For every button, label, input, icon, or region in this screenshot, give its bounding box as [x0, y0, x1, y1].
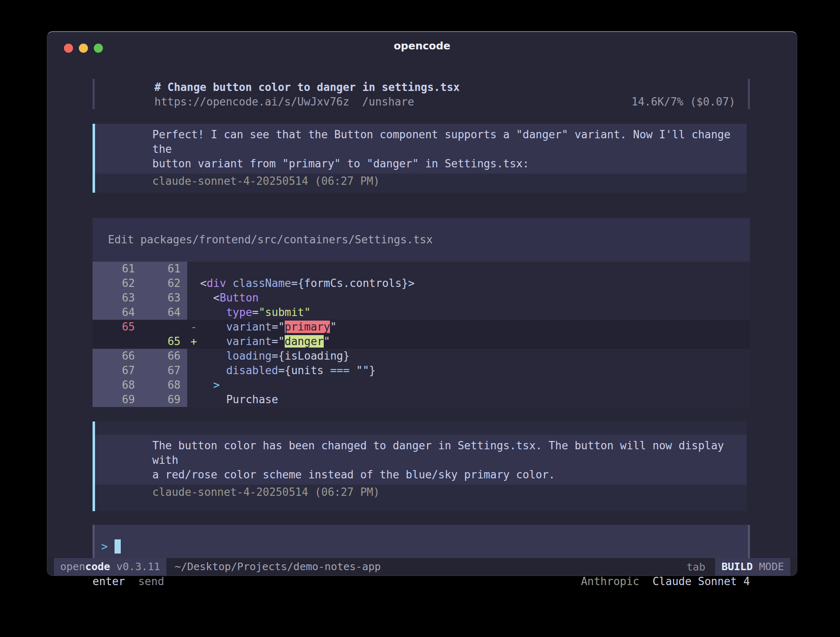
old-line-number: 62 [93, 276, 140, 291]
window-title: opencode [394, 40, 451, 52]
diff-row: 6666 loading={isLoading} [93, 349, 750, 363]
edit-tool-panel: Edit packages/frontend/src/containers/Se… [93, 218, 750, 407]
code-segment: div [207, 277, 226, 289]
zoom-button[interactable] [94, 44, 103, 53]
header-right-rule [748, 79, 750, 109]
code-segment: = [291, 277, 298, 289]
diff-view: 61616262 <div className={formCs.controls… [93, 262, 750, 407]
old-line-number: 68 [93, 378, 140, 392]
code-segment: danger [285, 335, 324, 348]
new-line-number: 63 [140, 291, 187, 305]
diff-code-line: <Button [187, 291, 750, 305]
share-url[interactable]: https://opencode.ai/s/UwJxv76z [154, 95, 349, 109]
mode-chip[interactable]: BUILD MODE [715, 558, 790, 576]
diff-row: 6363 <Button [93, 291, 750, 305]
send-action-label: send [138, 575, 164, 588]
code-segment [187, 379, 213, 391]
code-segment: "submit" [259, 306, 310, 318]
diff-code-line: type="submit" [187, 305, 750, 320]
diff-row: 6464 type="submit" [93, 305, 750, 320]
assistant-message: Perfect! I can see that the Button compo… [93, 124, 747, 193]
code-segment: " [330, 321, 337, 333]
code-segment: ={units [278, 364, 330, 377]
model-label: Claude Sonnet 4 [652, 575, 750, 588]
edit-file-path: Edit packages/frontend/src/containers/Se… [93, 233, 750, 247]
message-text: The button color has been changed to dan… [95, 435, 747, 485]
minimize-button[interactable] [79, 44, 88, 53]
message-line: Perfect! I can see that the Button compo… [152, 127, 734, 157]
mode-suffix: MODE [753, 561, 784, 573]
close-button[interactable] [64, 44, 73, 53]
code-segment: variant [226, 321, 272, 333]
mode-name: BUILD [721, 561, 752, 573]
new-line-number: 68 [140, 378, 187, 392]
new-line-number: 65 [140, 334, 187, 349]
app-version: v0.3.11 [110, 561, 160, 573]
code-segment: ""} [349, 364, 376, 377]
code-segment: < [187, 292, 220, 304]
code-segment: > [213, 379, 220, 391]
code-segment: < [187, 277, 207, 289]
code-segment: disabled [226, 364, 278, 377]
code-segment: " [324, 335, 330, 348]
code-segment [226, 277, 233, 289]
code-segment: className [233, 277, 291, 289]
diff-row: 6262 <div className={formCs.controls}> [93, 276, 750, 291]
code-segment: Button [220, 292, 259, 304]
code-segment: {formCs.controls}> [298, 277, 415, 289]
message-line: The button color has been changed to dan… [152, 439, 734, 468]
old-line-number: 63 [93, 291, 140, 305]
new-line-number [140, 320, 187, 334]
diff-code-line: + variant="danger" [187, 334, 750, 349]
old-line-number: 61 [93, 262, 140, 276]
enter-key-hint: enter [93, 575, 125, 588]
diff-code-line: loading={isLoading} [187, 349, 750, 363]
diff-code-line: - variant="primary" [187, 320, 750, 334]
message-line: a red/rose color scheme instead of the b… [152, 468, 734, 482]
prompt-symbol: > [101, 540, 108, 553]
diff-code-line: <div className={formCs.controls}> [187, 276, 750, 291]
new-line-number: 67 [140, 363, 187, 378]
unshare-command[interactable]: /unshare [362, 95, 414, 109]
code-segment: =" [272, 321, 285, 333]
code-segment: =" [272, 335, 285, 348]
code-segment: primary [285, 321, 330, 333]
code-segment: === [330, 364, 349, 377]
code-segment [187, 364, 226, 377]
diff-code-line: disabled={units === ""} [187, 363, 750, 378]
message-line: button variant from "primary" to "danger… [152, 157, 734, 171]
message-text: Perfect! I can see that the Button compo… [95, 124, 747, 174]
diff-row: 6161 [93, 262, 750, 276]
assistant-message: The button color has been changed to dan… [93, 421, 747, 511]
app-version-chip: opencode v0.3.11 [54, 558, 166, 576]
new-line-number: 62 [140, 276, 187, 291]
token-usage: 14.6K/7% ($0.07) [632, 95, 735, 109]
code-segment [187, 350, 226, 362]
code-segment: variant [226, 335, 272, 348]
code-segment: ={isLoading} [272, 350, 350, 362]
code-segment: loading [226, 350, 272, 362]
diff-row: 65- variant="primary" [93, 320, 750, 334]
app-name-open: open [60, 561, 85, 573]
diff-marker: - [190, 320, 197, 334]
diff-row: 6969 Purchase [93, 392, 750, 407]
old-line-number [93, 334, 140, 349]
window-titlebar: opencode [47, 32, 797, 59]
text-cursor [115, 539, 121, 554]
code-segment: Purchase [226, 393, 278, 406]
diff-code-line: > [187, 378, 750, 392]
diff-row: 65+ variant="danger" [93, 334, 750, 349]
working-directory: ~/Desktop/Projects/demo-notes-app [175, 558, 381, 576]
new-line-number: 69 [140, 392, 187, 407]
diff-row: 6868 > [93, 378, 750, 392]
hints-row: enter send Anthropic Claude Sonnet 4 [93, 574, 750, 588]
tab-key-hint: tab [686, 561, 705, 573]
code-segment [187, 306, 226, 318]
old-line-number: 67 [93, 363, 140, 378]
traffic-lights [64, 44, 103, 53]
new-line-number: 61 [140, 262, 187, 276]
diff-code-line: Purchase [187, 392, 750, 407]
opencode-window: opencode # Change button color to danger… [47, 31, 797, 576]
old-line-number: 65 [93, 320, 140, 334]
old-line-number: 69 [93, 392, 140, 407]
